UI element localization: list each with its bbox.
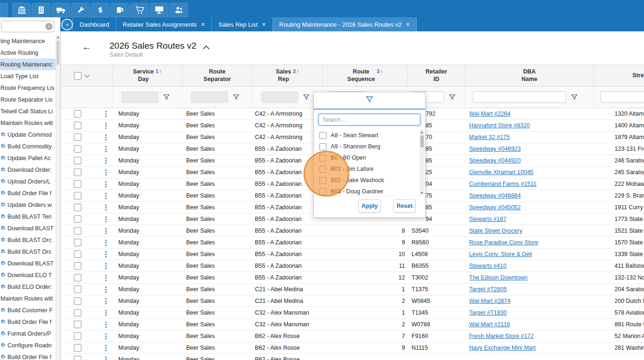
row-menu-icon[interactable]	[105, 240, 107, 246]
monitor-icon[interactable]	[150, 3, 168, 17]
column-header-sales-rep[interactable]: SalesRep2↑	[253, 65, 323, 86]
dba-link[interactable]: Wal-Mart #2264	[469, 110, 510, 117]
row-menu-icon[interactable]	[105, 146, 107, 152]
row-menu-icon[interactable]	[105, 345, 107, 351]
bank-icon[interactable]	[12, 3, 31, 17]
column-header-route-separator[interactable]: RouteSeparator	[182, 65, 253, 86]
filter-option[interactable]: B0 - B0 Open	[314, 152, 425, 163]
sidebar-item-telsell-call-status-li[interactable]: Telsell Call Status Li	[0, 105, 60, 117]
mug-icon[interactable]	[110, 3, 129, 17]
row-menu-icon[interactable]	[105, 111, 107, 117]
row-menu-icon[interactable]	[105, 158, 107, 164]
row-checkbox[interactable]	[74, 239, 81, 246]
row-menu-icon[interactable]	[105, 205, 107, 211]
building-icon[interactable]	[32, 3, 51, 17]
row-menu-icon[interactable]	[105, 123, 107, 129]
sidebar-item-route-frequency-lis[interactable]: Route Frequency Lis	[0, 82, 60, 94]
row-menu-icon[interactable]	[105, 322, 107, 328]
row-menu-icon[interactable]	[105, 181, 107, 187]
row-checkbox[interactable]	[74, 169, 81, 176]
collapse-panel-icon[interactable]	[203, 45, 210, 52]
sidebar-item-build-order-file-f[interactable]: Build Order File f	[0, 187, 60, 199]
row-checkbox[interactable]	[74, 274, 81, 281]
row-menu-icon[interactable]	[105, 333, 107, 339]
dollar-icon[interactable]: $	[91, 3, 109, 17]
reset-button[interactable]: Reset	[393, 199, 416, 213]
tab-sales-rep-list[interactable]: Sales Rep List×	[212, 17, 273, 31]
sidebar-item-active-routing[interactable]: Active Routing	[0, 47, 60, 59]
row-menu-icon[interactable]	[105, 357, 107, 360]
row-menu-icon[interactable]	[105, 310, 107, 316]
row-checkbox[interactable]	[74, 215, 81, 223]
option-checkbox[interactable]	[319, 177, 326, 184]
row-checkbox[interactable]	[74, 145, 81, 153]
sidebar-item-build-order-file-f[interactable]: Build Order File f	[0, 316, 60, 328]
back-arrow-icon[interactable]: ←	[82, 42, 92, 51]
dba-link[interactable]: Speedway #045052	[469, 204, 521, 211]
funnel-icon[interactable]	[233, 94, 239, 100]
row-checkbox[interactable]	[74, 332, 81, 340]
sidebar-item-ting-maintenance[interactable]: ting Maintenance	[0, 35, 60, 47]
dba-link[interactable]: Navy Exchange Mini Mart	[469, 345, 535, 351]
filter-option[interactable]: B03 - Doug Gardner	[314, 186, 425, 196]
sidebar-collapse-button[interactable]: «	[61, 19, 73, 30]
row-checkbox[interactable]	[74, 344, 81, 352]
filter-option[interactable]: B01 - Jim Lafore	[314, 163, 425, 175]
sidebar-item-configure-roadn[interactable]: Configure Roadn	[0, 339, 60, 351]
sidebar-item-upload-orders-l[interactable]: Upload Orders/L	[0, 176, 60, 187]
dba-link[interactable]: Stewarts #410	[469, 263, 507, 269]
close-icon[interactable]: ×	[262, 21, 266, 28]
option-checkbox[interactable]	[319, 166, 326, 173]
close-icon[interactable]: ×	[406, 21, 410, 28]
row-menu-icon[interactable]	[105, 134, 107, 140]
dba-link[interactable]: State Street Grocery	[469, 228, 522, 234]
select-all-checkbox[interactable]	[74, 72, 81, 80]
funnel-icon[interactable]	[303, 94, 310, 100]
row-checkbox[interactable]	[74, 321, 81, 328]
tab-retailer-sales-assignments[interactable]: Retailer Sales Assignments×	[116, 17, 212, 31]
dba-link[interactable]: Cumberland Farms #1511	[469, 181, 536, 187]
row-checkbox[interactable]	[74, 227, 81, 235]
row-menu-icon[interactable]	[105, 287, 107, 293]
wrench-icon[interactable]	[71, 3, 90, 17]
scroll-thumb[interactable]	[420, 135, 424, 147]
sidebar-item-load-type-list[interactable]: Load Type List	[0, 70, 60, 82]
sidebar-scrollbar[interactable]	[56, 35, 60, 360]
dba-link[interactable]: Fresh Market Store #172	[469, 333, 534, 339]
dba-link[interactable]: Glenville Xtramart 10045	[469, 169, 534, 176]
column-header-retailer-id[interactable]: RetailerID	[408, 65, 465, 86]
sidebar-item-download-blast[interactable]: Download BLAST	[0, 257, 60, 269]
sidebar-item-build-commodity[interactable]: Build Commodity	[0, 140, 60, 152]
row-menu-icon[interactable]	[105, 169, 107, 176]
row-checkbox[interactable]	[74, 356, 81, 360]
street-filter-input[interactable]	[601, 91, 644, 103]
column-header-service-day[interactable]: ServiceDay1↑	[113, 65, 182, 86]
dba-link[interactable]: Target #T1830	[469, 309, 507, 316]
row-checkbox[interactable]	[74, 192, 81, 199]
service-day-filter-input[interactable]	[121, 91, 159, 103]
dba-link[interactable]: Market 32 #175	[469, 134, 510, 140]
dba-link[interactable]: Hannaford Store #8320	[469, 122, 530, 129]
sidebar-item-build-blast-orc[interactable]: Build BLAST Orc	[0, 246, 60, 257]
sidebar-item-route-separator-lis[interactable]: Route Separator Lis	[0, 94, 60, 105]
tab-routing-maintenance-2026-sales-routes-v2[interactable]: Routing Maintenance - 2026 Sales Routes …	[273, 17, 417, 31]
popup-scrollbar[interactable]	[420, 130, 424, 196]
sales-rep-filter-input[interactable]	[261, 91, 298, 103]
sidebar-item-routing-maintenanc[interactable]: Routing Maintenanc	[0, 59, 60, 70]
sidebar-item-build-blast-orc[interactable]: Build BLAST Orc	[0, 234, 60, 246]
row-checkbox[interactable]	[74, 250, 81, 258]
dba-link[interactable]: Stewarts #187	[469, 216, 507, 222]
row-checkbox[interactable]	[74, 122, 81, 129]
option-checkbox[interactable]	[319, 188, 326, 195]
row-menu-icon[interactable]	[105, 193, 107, 199]
close-icon[interactable]: ×	[201, 21, 205, 28]
row-menu-icon[interactable]	[105, 216, 107, 222]
row-checkbox[interactable]	[74, 297, 81, 305]
column-header-dba-name[interactable]: DBAName	[465, 65, 594, 86]
sidebar-item-update-pallet-ac[interactable]: Update Pallet Ac	[0, 152, 60, 164]
chevron-down-icon[interactable]	[84, 72, 89, 77]
column-header-route-sequence[interactable]: RouteSequence3↑	[323, 65, 408, 86]
row-checkbox[interactable]	[74, 204, 81, 211]
row-checkbox[interactable]	[74, 157, 81, 164]
row-menu-icon[interactable]	[105, 228, 107, 234]
